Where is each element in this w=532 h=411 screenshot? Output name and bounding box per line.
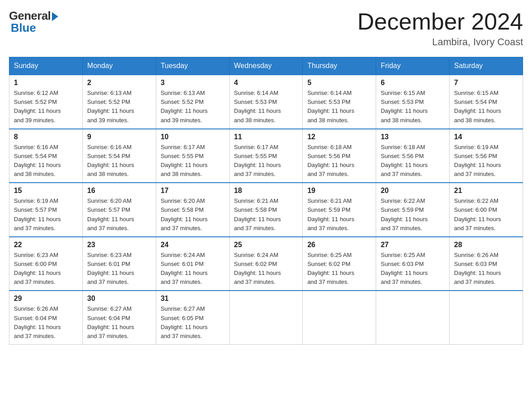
day-cell: 7Sunrise: 6:15 AMSunset: 5:54 PMDaylight… <box>450 75 523 129</box>
day-cell <box>376 291 450 344</box>
day-number: 16 <box>87 187 151 195</box>
day-cell: 28Sunrise: 6:26 AMSunset: 6:03 PMDayligh… <box>450 237 523 291</box>
day-number: 25 <box>234 241 298 249</box>
day-cell: 30Sunrise: 6:27 AMSunset: 6:04 PMDayligh… <box>82 291 156 344</box>
day-number: 26 <box>307 241 371 249</box>
day-cell: 22Sunrise: 6:23 AMSunset: 6:00 PMDayligh… <box>9 237 83 291</box>
week-row-5: 29Sunrise: 6:26 AMSunset: 6:04 PMDayligh… <box>9 291 523 344</box>
title-section: December 2024 Lambira, Ivory Coast <box>357 9 523 48</box>
header-cell-thursday: Thursday <box>303 57 376 75</box>
week-row-4: 22Sunrise: 6:23 AMSunset: 6:00 PMDayligh… <box>9 237 523 291</box>
day-number: 17 <box>161 187 225 195</box>
logo-blue-text: Blue <box>11 21 36 35</box>
week-row-2: 8Sunrise: 6:16 AMSunset: 5:54 PMDaylight… <box>9 129 523 183</box>
day-number: 24 <box>161 241 225 249</box>
day-number: 29 <box>14 295 78 303</box>
page-header: General Blue December 2024 Lambira, Ivor… <box>9 9 523 48</box>
header-cell-wednesday: Wednesday <box>229 57 303 75</box>
day-info: Sunrise: 6:18 AMSunset: 5:56 PMDaylight:… <box>307 143 371 179</box>
day-cell: 24Sunrise: 6:24 AMSunset: 6:01 PMDayligh… <box>156 237 229 291</box>
header-cell-friday: Friday <box>376 57 450 75</box>
day-cell: 10Sunrise: 6:17 AMSunset: 5:55 PMDayligh… <box>156 129 229 183</box>
day-cell: 15Sunrise: 6:19 AMSunset: 5:57 PMDayligh… <box>9 183 83 237</box>
day-cell: 5Sunrise: 6:14 AMSunset: 5:53 PMDaylight… <box>303 75 376 129</box>
day-number: 19 <box>307 187 371 195</box>
day-cell: 14Sunrise: 6:19 AMSunset: 5:56 PMDayligh… <box>450 129 523 183</box>
day-cell: 27Sunrise: 6:25 AMSunset: 6:03 PMDayligh… <box>376 237 450 291</box>
day-cell: 17Sunrise: 6:20 AMSunset: 5:58 PMDayligh… <box>156 183 229 237</box>
day-number: 15 <box>14 187 78 195</box>
header-row: SundayMondayTuesdayWednesdayThursdayFrid… <box>9 57 523 75</box>
day-number: 3 <box>161 79 225 87</box>
day-info: Sunrise: 6:12 AMSunset: 5:52 PMDaylight:… <box>14 89 78 125</box>
day-cell: 21Sunrise: 6:22 AMSunset: 6:00 PMDayligh… <box>450 183 523 237</box>
day-cell: 4Sunrise: 6:14 AMSunset: 5:53 PMDaylight… <box>229 75 303 129</box>
day-cell <box>303 291 376 344</box>
day-number: 11 <box>234 133 298 141</box>
day-info: Sunrise: 6:19 AMSunset: 5:57 PMDaylight:… <box>14 197 78 233</box>
day-number: 5 <box>307 79 371 87</box>
header-cell-saturday: Saturday <box>450 57 523 75</box>
day-info: Sunrise: 6:22 AMSunset: 5:59 PMDaylight:… <box>381 197 445 233</box>
day-info: Sunrise: 6:15 AMSunset: 5:53 PMDaylight:… <box>381 89 445 125</box>
day-cell: 12Sunrise: 6:18 AMSunset: 5:56 PMDayligh… <box>303 129 376 183</box>
day-cell: 26Sunrise: 6:25 AMSunset: 6:02 PMDayligh… <box>303 237 376 291</box>
day-info: Sunrise: 6:17 AMSunset: 5:55 PMDaylight:… <box>234 143 298 179</box>
day-info: Sunrise: 6:18 AMSunset: 5:56 PMDaylight:… <box>381 143 445 179</box>
day-info: Sunrise: 6:27 AMSunset: 6:04 PMDaylight:… <box>87 304 151 341</box>
day-cell: 31Sunrise: 6:27 AMSunset: 6:05 PMDayligh… <box>156 291 229 344</box>
day-info: Sunrise: 6:19 AMSunset: 5:56 PMDaylight:… <box>454 143 518 179</box>
day-cell: 3Sunrise: 6:13 AMSunset: 5:52 PMDaylight… <box>156 75 229 129</box>
day-number: 1 <box>14 79 78 87</box>
day-cell: 11Sunrise: 6:17 AMSunset: 5:55 PMDayligh… <box>229 129 303 183</box>
day-number: 22 <box>14 241 78 249</box>
header-cell-tuesday: Tuesday <box>156 57 229 75</box>
day-info: Sunrise: 6:24 AMSunset: 6:02 PMDaylight:… <box>234 251 298 287</box>
calendar-body: 1Sunrise: 6:12 AMSunset: 5:52 PMDaylight… <box>9 75 523 344</box>
logo-arrow-icon <box>52 12 58 21</box>
day-info: Sunrise: 6:20 AMSunset: 5:57 PMDaylight:… <box>87 197 151 233</box>
day-info: Sunrise: 6:14 AMSunset: 5:53 PMDaylight:… <box>234 89 298 125</box>
week-row-1: 1Sunrise: 6:12 AMSunset: 5:52 PMDaylight… <box>9 75 523 129</box>
day-number: 20 <box>381 187 445 195</box>
day-cell <box>229 291 303 344</box>
day-cell: 23Sunrise: 6:23 AMSunset: 6:01 PMDayligh… <box>82 237 156 291</box>
day-info: Sunrise: 6:24 AMSunset: 6:01 PMDaylight:… <box>161 251 225 287</box>
day-info: Sunrise: 6:26 AMSunset: 6:03 PMDaylight:… <box>454 251 518 287</box>
day-info: Sunrise: 6:27 AMSunset: 6:05 PMDaylight:… <box>161 304 225 341</box>
day-cell: 20Sunrise: 6:22 AMSunset: 5:59 PMDayligh… <box>376 183 450 237</box>
day-info: Sunrise: 6:16 AMSunset: 5:54 PMDaylight:… <box>14 143 78 179</box>
day-number: 9 <box>87 133 151 141</box>
day-cell <box>450 291 523 344</box>
day-number: 21 <box>454 187 518 195</box>
day-cell: 8Sunrise: 6:16 AMSunset: 5:54 PMDaylight… <box>9 129 83 183</box>
day-info: Sunrise: 6:23 AMSunset: 6:00 PMDaylight:… <box>14 251 78 287</box>
day-info: Sunrise: 6:25 AMSunset: 6:03 PMDaylight:… <box>381 251 445 287</box>
day-info: Sunrise: 6:16 AMSunset: 5:54 PMDaylight:… <box>87 143 151 179</box>
day-info: Sunrise: 6:13 AMSunset: 5:52 PMDaylight:… <box>87 89 151 125</box>
day-info: Sunrise: 6:15 AMSunset: 5:54 PMDaylight:… <box>454 89 518 125</box>
day-number: 31 <box>161 295 225 303</box>
day-number: 27 <box>381 241 445 249</box>
month-title: December 2024 <box>357 9 523 34</box>
logo: General Blue <box>9 9 58 35</box>
day-number: 2 <box>87 79 151 87</box>
day-info: Sunrise: 6:21 AMSunset: 5:59 PMDaylight:… <box>307 197 371 233</box>
day-number: 30 <box>87 295 151 303</box>
day-number: 14 <box>454 133 518 141</box>
day-info: Sunrise: 6:21 AMSunset: 5:58 PMDaylight:… <box>234 197 298 233</box>
calendar-header: SundayMondayTuesdayWednesdayThursdayFrid… <box>9 57 523 75</box>
day-cell: 2Sunrise: 6:13 AMSunset: 5:52 PMDaylight… <box>82 75 156 129</box>
header-cell-sunday: Sunday <box>9 57 83 75</box>
day-info: Sunrise: 6:20 AMSunset: 5:58 PMDaylight:… <box>161 197 225 233</box>
calendar-table: SundayMondayTuesdayWednesdayThursdayFrid… <box>9 57 523 345</box>
day-cell: 16Sunrise: 6:20 AMSunset: 5:57 PMDayligh… <box>82 183 156 237</box>
day-info: Sunrise: 6:23 AMSunset: 6:01 PMDaylight:… <box>87 251 151 287</box>
day-number: 13 <box>381 133 445 141</box>
day-number: 4 <box>234 79 298 87</box>
day-info: Sunrise: 6:13 AMSunset: 5:52 PMDaylight:… <box>161 89 225 125</box>
day-number: 28 <box>454 241 518 249</box>
day-number: 23 <box>87 241 151 249</box>
day-info: Sunrise: 6:17 AMSunset: 5:55 PMDaylight:… <box>161 143 225 179</box>
day-info: Sunrise: 6:22 AMSunset: 6:00 PMDaylight:… <box>454 197 518 233</box>
